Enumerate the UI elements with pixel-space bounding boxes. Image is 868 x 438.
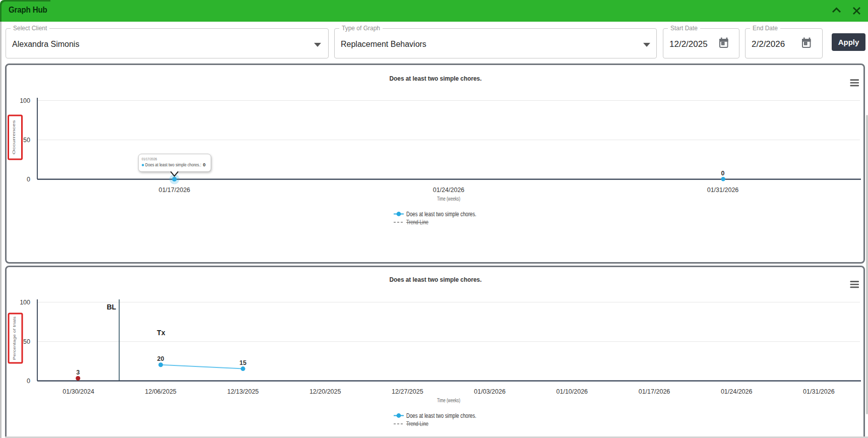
svg-text:100: 100: [20, 299, 30, 306]
svg-text:Time (weeks): Time (weeks): [437, 397, 460, 403]
svg-text:01/24/2026: 01/24/2026: [433, 186, 465, 194]
svg-text:01/24/2026: 01/24/2026: [721, 388, 753, 395]
svg-text:01/30/2024: 01/30/2024: [63, 388, 94, 395]
svg-text:Percentage of trials: Percentage of trials: [12, 317, 17, 360]
svg-text:Trend Line: Trend Line: [406, 219, 428, 226]
svg-text:50: 50: [23, 137, 30, 144]
svg-text:20: 20: [157, 355, 164, 362]
svg-text:01/17/2026: 01/17/2026: [159, 186, 191, 194]
svg-text:Occurrences: Occurrences: [12, 120, 16, 155]
svg-text:50: 50: [23, 338, 30, 345]
svg-text:Does at least two simple chore: Does at least two simple chores.: [390, 75, 482, 82]
svg-text:Trend Line: Trend Line: [406, 420, 428, 427]
svg-text:12/13/2025: 12/13/2025: [227, 388, 259, 395]
svg-text:15: 15: [239, 359, 246, 366]
svg-text:0: 0: [27, 176, 30, 183]
svg-text:01/03/2026: 01/03/2026: [474, 388, 506, 395]
svg-text:01/10/2026: 01/10/2026: [556, 388, 588, 395]
svg-text:12/20/2025: 12/20/2025: [309, 388, 341, 395]
svg-text:Does at least two simple chore: Does at least two simple chores.: [406, 412, 476, 419]
svg-text:0: 0: [203, 162, 206, 167]
svg-text:BL: BL: [107, 303, 116, 311]
svg-text:Does at least two simple chore: Does at least two simple chores.: [390, 276, 482, 283]
svg-text:3: 3: [76, 369, 80, 376]
svg-text:0: 0: [721, 170, 725, 177]
svg-text:Does at least two simple chore: Does at least two simple chores.: [406, 211, 476, 218]
svg-text:Does at least two simple chore: Does at least two simple chores.:: [145, 163, 201, 167]
svg-text:01/31/2026: 01/31/2026: [803, 388, 835, 395]
svg-text:Tx: Tx: [157, 329, 165, 337]
svg-text:0: 0: [27, 378, 30, 385]
svg-text:01/17/2026: 01/17/2026: [142, 157, 157, 161]
svg-text:100: 100: [20, 97, 30, 104]
svg-text:01/31/2026: 01/31/2026: [707, 186, 739, 194]
svg-text:Time (weeks): Time (weeks): [437, 196, 460, 202]
svg-text:12/06/2025: 12/06/2025: [145, 388, 177, 395]
svg-text:01/17/2026: 01/17/2026: [639, 388, 670, 395]
svg-text:12/27/2025: 12/27/2025: [392, 388, 423, 395]
